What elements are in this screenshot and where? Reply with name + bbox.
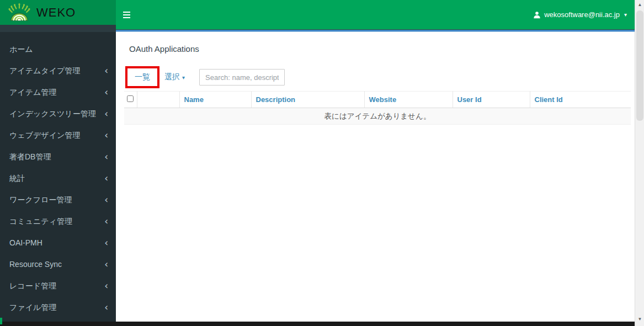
- chevron-left-icon: ‹: [104, 275, 108, 297]
- chevron-left-icon: ‹: [104, 297, 108, 318]
- sidebar-item-resource-sync[interactable]: Resource Sync‹: [0, 254, 116, 275]
- chevron-left-icon: ‹: [104, 82, 108, 103]
- user-icon: [533, 11, 541, 19]
- sidebar-item-item-admin[interactable]: アイテム管理‹: [0, 82, 116, 103]
- column-header-user-id[interactable]: User Id: [453, 92, 530, 108]
- column-header-client-id[interactable]: Client Id: [530, 92, 631, 108]
- brand-name: WEKO: [36, 6, 76, 20]
- caret-down-icon: ▾: [182, 74, 185, 81]
- sidebar-item-indextree-admin[interactable]: インデックスツリー管理‹: [0, 103, 116, 125]
- search-input[interactable]: [199, 69, 285, 85]
- application-window: WEKO ホーム アイテムタイプ管理‹ アイテム管理‹ インデックスツリー管理‹…: [0, 0, 644, 326]
- sidebar-toggle-button[interactable]: [123, 4, 145, 26]
- column-header-website[interactable]: Website: [364, 92, 453, 108]
- select-all-checkbox[interactable]: [127, 95, 134, 102]
- scrollbar-thumb[interactable]: [636, 10, 643, 121]
- chevron-left-icon: ‹: [104, 211, 108, 232]
- chevron-left-icon: ‹: [104, 103, 108, 125]
- toolbar: 一覧 選択 ▾: [116, 66, 635, 88]
- scroll-up-arrow[interactable]: ▲: [635, 0, 644, 9]
- vertical-scrollbar[interactable]: ▲ ▼: [635, 0, 644, 326]
- top-navbar: wekosoftware@nii.ac.jp ▾: [116, 0, 635, 29]
- select-dropdown[interactable]: 選択 ▾: [164, 72, 185, 82]
- user-email: wekosoftware@nii.ac.jp: [544, 10, 620, 19]
- applications-table: Name Description Website User Id Client …: [124, 91, 631, 125]
- sidebar-item-oai-pmh[interactable]: OAI-PMH‹: [0, 232, 116, 254]
- sidebar-item-webdesign-admin[interactable]: ウェブデザイン管理‹: [0, 125, 116, 146]
- chevron-left-icon: ‹: [104, 189, 108, 211]
- bottom-bar: [0, 322, 635, 326]
- chevron-left-icon: ‹: [104, 232, 108, 254]
- sidebar-item-file-admin[interactable]: ファイル管理‹: [0, 297, 116, 318]
- select-all-cell: [124, 92, 137, 108]
- sidebar-item-statistics[interactable]: 統計‹: [0, 168, 116, 189]
- sidebar-item-home[interactable]: ホーム: [0, 39, 116, 60]
- sidebar-menu: ホーム アイテムタイプ管理‹ アイテム管理‹ インデックスツリー管理‹ ウェブデ…: [0, 39, 116, 318]
- table-header-row: Name Description Website User Id Client …: [124, 92, 631, 108]
- caret-down-icon: ▾: [624, 12, 627, 18]
- sidebar-item-record-admin[interactable]: レコード管理‹: [0, 275, 116, 297]
- chevron-left-icon: ‹: [104, 168, 108, 189]
- user-menu[interactable]: wekosoftware@nii.ac.jp ▾: [525, 0, 635, 29]
- sidebar-item-authordb-admin[interactable]: 著者DB管理‹: [0, 146, 116, 168]
- main-content: OAuth Applications 一覧 選択 ▾: [116, 32, 635, 322]
- chevron-left-icon: ‹: [104, 60, 108, 82]
- sidebar-item-community-admin[interactable]: コミュニティ管理‹: [0, 211, 116, 232]
- column-header-name[interactable]: Name: [179, 92, 251, 108]
- page-title: OAuth Applications: [129, 44, 635, 54]
- brand-logo[interactable]: WEKO: [0, 0, 116, 25]
- chevron-left-icon: ‹: [104, 254, 108, 275]
- empty-row: 表にはアイテムがありません。: [124, 108, 631, 125]
- scroll-down-arrow[interactable]: ▼: [635, 314, 644, 323]
- column-header-description[interactable]: Description: [251, 92, 364, 108]
- annotation-highlight: 一覧: [125, 66, 159, 88]
- sidebar-scrollbar-thumb[interactable]: [0, 318, 2, 324]
- sidebar-top-strip: [0, 25, 116, 32]
- empty-message: 表にはアイテムがありません。: [124, 108, 631, 125]
- chevron-left-icon: ‹: [104, 146, 108, 168]
- sidebar: WEKO ホーム アイテムタイプ管理‹ アイテム管理‹ インデックスツリー管理‹…: [0, 0, 116, 326]
- weko-logo-icon: [7, 3, 32, 22]
- chevron-left-icon: ‹: [104, 125, 108, 146]
- sidebar-item-itemtype-admin[interactable]: アイテムタイプ管理‹: [0, 60, 116, 82]
- list-tab[interactable]: 一覧: [135, 72, 150, 82]
- sidebar-item-workflow-admin[interactable]: ワークフロー管理‹: [0, 189, 116, 211]
- actions-column-header: [137, 92, 179, 108]
